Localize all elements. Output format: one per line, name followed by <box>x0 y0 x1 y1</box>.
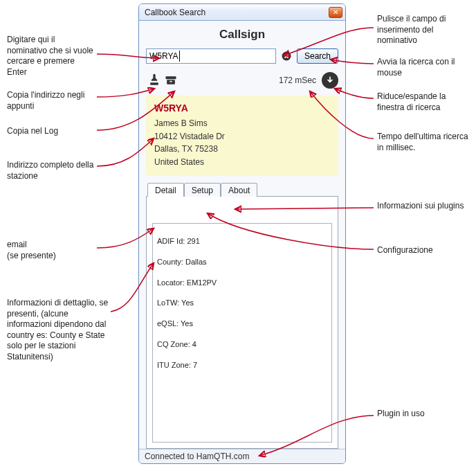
detail-line: County: Dallas <box>157 257 327 267</box>
detail-line: CQ Zone: 4 <box>157 339 327 350</box>
tab-detail[interactable]: Detail <box>147 183 184 197</box>
detail-line: ITU Zone: 7 <box>157 360 327 371</box>
annotation-plugins-info: Informazioni sui plugins <box>377 201 470 212</box>
address-country: United States <box>154 156 331 169</box>
address-city: Dallas, TX 75238 <box>154 143 331 156</box>
text-caret <box>179 51 180 62</box>
email-area <box>152 204 332 223</box>
tab-strip: Detail Setup About <box>146 183 338 197</box>
annotation-clear-field: Pulisce il campo di inserimento del nomi… <box>377 14 470 46</box>
address-card: W5RYA James B Sims 10412 Vistadale Dr Da… <box>146 96 338 176</box>
annotation-full-addr: Indirizzo completo della stazione <box>7 160 97 181</box>
window-title: Callbook Search <box>145 8 329 17</box>
annotation-start-search: Avvia la ricerca con il mouse <box>377 57 470 78</box>
collapse-icon[interactable] <box>322 72 338 89</box>
tab-group: Detail Setup About ADIF Id: 291 County: … <box>146 183 338 449</box>
archive-icon[interactable] <box>163 72 179 89</box>
search-row: Search <box>146 48 338 64</box>
svg-rect-2 <box>166 76 176 79</box>
annotation-email: email (se presente) <box>7 240 97 261</box>
clear-icon[interactable] <box>280 50 293 62</box>
callsign-input[interactable] <box>146 48 276 64</box>
annotation-config: Configurazione <box>377 245 470 256</box>
annotation-plugin-used: Plugin in uso <box>377 409 470 420</box>
annotation-detail-info: Informazioni di dettaglio, se presenti, … <box>7 298 111 363</box>
search-button[interactable]: Search <box>297 48 338 64</box>
detail-textbox[interactable]: ADIF Id: 291 County: Dallas Locator: EM1… <box>152 223 332 443</box>
status-bar: Connected to HamQTH.com <box>139 449 345 463</box>
close-icon[interactable]: ✕ <box>329 7 342 18</box>
tab-setup[interactable]: Setup <box>184 183 221 197</box>
client-area: Callsign Search <box>139 21 345 449</box>
svg-rect-4 <box>170 81 172 82</box>
status-text: Connected to HamQTH.com <box>145 452 249 461</box>
annotation-input-hint: Digitare qui il nominativo che si vuole … <box>7 35 97 78</box>
titlebar[interactable]: Callbook Search ✕ <box>139 4 345 21</box>
callbook-window: Callbook Search ✕ Callsign Search <box>138 3 346 464</box>
page-title: Callsign <box>146 24 338 48</box>
annotation-copy-log: Copia nel Log <box>7 126 97 137</box>
detail-line: LoTW: Yes <box>157 298 327 308</box>
annotation-collapse: Riduce/espande la finestra di ricerca <box>377 91 470 113</box>
address-street: 10412 Vistadale Dr <box>154 130 331 143</box>
tab-panel-detail: ADIF Id: 291 County: Dallas Locator: EM1… <box>146 196 338 449</box>
address-callsign: W5RYA <box>154 100 331 117</box>
detail-line: ADIF Id: 291 <box>157 236 327 247</box>
detail-line: Locator: EM12PV <box>157 278 327 288</box>
timing-label: 172 mSec <box>279 75 316 85</box>
address-name: James B Sims <box>154 117 331 130</box>
stamp-icon[interactable] <box>146 72 163 89</box>
detail-line: eQSL: Yes <box>157 319 327 329</box>
tab-about[interactable]: About <box>221 183 257 197</box>
toolbar: 172 mSec <box>146 72 338 89</box>
annotation-last-time: Tempo dell'ultima ricerca in millisec. <box>377 132 470 153</box>
svg-rect-1 <box>150 82 158 84</box>
annotation-copy-addr: Copia l'indirizzo negli appunti <box>7 90 97 111</box>
